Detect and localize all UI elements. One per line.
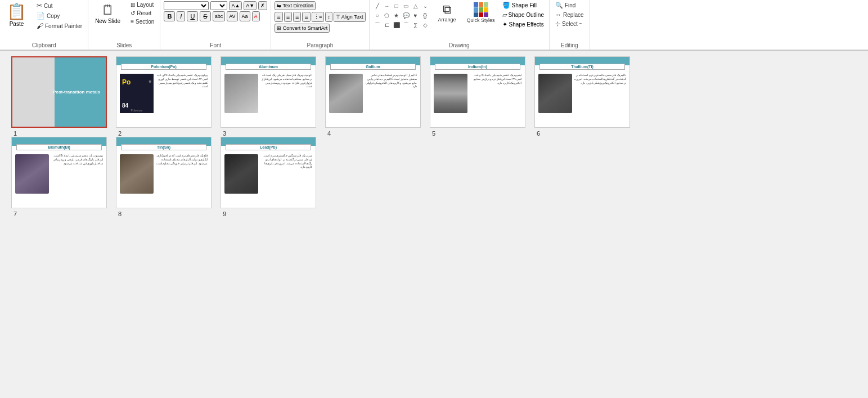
convert-smartart-button[interactable]: ⊞ Convert to SmartArt — [275, 24, 330, 33]
shape-pentagon[interactable]: ⬠ — [383, 11, 392, 20]
slide-thumb-8: Tin(Sn) قلع یک فلز نقره‌ای نرم است که در… — [116, 137, 212, 208]
shape-equation[interactable]: ∑ — [411, 20, 420, 29]
font-color-button[interactable]: A — [252, 11, 260, 21]
slide-item-9[interactable]: Lead(Pb) سرب یک فلز سنگین خاکستری تیره ا… — [221, 137, 316, 217]
shape-block[interactable]: ⬛ — [392, 20, 401, 29]
new-slide-button[interactable]: 🗒 New Slide — [92, 1, 124, 25]
justify-button[interactable]: ≡ — [302, 12, 310, 22]
clipboard-section: 📋 Paste ✂ Cut 📄 Copy 🖌 Format — [0, 0, 88, 50]
shape-curved[interactable]: ⌒ — [373, 20, 382, 29]
font-name-select[interactable] — [164, 1, 209, 10]
shape-connector[interactable]: ⊏ — [383, 20, 392, 29]
slide-number-3: 3 — [221, 130, 226, 137]
slide-number-6: 6 — [534, 130, 540, 137]
slides-row-2: Bismuth(Bi) بیسموت یک عنصر شیمیایی با نم… — [11, 137, 857, 217]
shape-circle[interactable]: ○ — [373, 11, 382, 20]
copy-button[interactable]: 📄 Copy — [34, 11, 84, 20]
editing-label: Editing — [553, 41, 586, 50]
arrange-button[interactable]: ⧉ Arrange — [433, 1, 461, 24]
italic-button[interactable]: I — [177, 11, 185, 21]
layout-button[interactable]: ⊞ Layout — [128, 1, 156, 8]
columns-button[interactable]: ⋮≡ — [312, 12, 324, 22]
underline-button[interactable]: U — [187, 11, 198, 21]
slide-6-text: تالیم یک فلز سمی خاکستری نرم است که در گ… — [574, 74, 626, 124]
paragraph-label: Paragraph — [275, 41, 365, 50]
cut-button[interactable]: ✂ Cut — [34, 1, 84, 10]
shape-effects-button[interactable]: ✦ Shape Effects — [501, 20, 546, 29]
replace-button[interactable]: ↔ Replace — [553, 11, 586, 19]
slide-2-text: پولونیوم یک عنصر شیمیایی با نماد Po و عد… — [155, 74, 208, 124]
drawing-section: ╱ → □ ▭ △ ⌄ ○ ⬠ ★ 💬 ♥ {} ⌒ ⊏ ⬛ — [370, 0, 550, 50]
slide-item-6[interactable]: Thallium(Tl) تالیم یک فلز سمی خاکستری نر… — [534, 56, 630, 137]
select-button[interactable]: ⊹ Select ~ — [553, 20, 584, 28]
slide-thumb-2: Polonium(Po) Po ☢ 84 Polonium پولونیوم ی… — [116, 56, 212, 128]
strikethrough-button[interactable]: S — [200, 11, 210, 21]
clear-formatting-button[interactable]: ✗ — [258, 1, 267, 10]
slide-7-text: بیسموت یک عنصر شیمیایی با نماد Bi است. ا… — [51, 154, 103, 204]
slide-3-text: آلومینیوم یک فلز سبک نقره‌ای رنگ است که … — [260, 74, 312, 124]
shadow-button[interactable]: abc — [213, 11, 226, 21]
slide-8-title: Tin(Sn) — [121, 144, 206, 150]
format-painter-button[interactable]: 🖌 Format Painter — [34, 21, 84, 30]
slide-number-1: 1 — [11, 130, 17, 137]
text-direction-button[interactable]: ⇆ Text Direction — [275, 1, 316, 10]
slide-8-text: قلع یک فلز نقره‌ای نرم است که در لحیم‌کا… — [155, 154, 208, 204]
slide-7-title: Bismuth(Bi) — [16, 144, 102, 150]
font-size-decrease-button[interactable]: A▼ — [244, 1, 257, 10]
font-size-select[interactable] — [210, 1, 227, 10]
font-section: A▲ A▼ ✗ B I U S abc AV Aa A Font — [160, 0, 271, 50]
shape-heart[interactable]: ♥ — [411, 11, 420, 20]
quick-styles-button[interactable]: Quick Styles — [465, 1, 497, 24]
case-button[interactable]: Aa — [240, 11, 250, 21]
shape-line[interactable]: ╱ — [373, 1, 382, 10]
shape-arrow[interactable]: → — [383, 1, 392, 10]
slide-item-1[interactable]: Post-transition metals 1 — [11, 56, 107, 137]
slide-number-2: 2 — [116, 130, 122, 137]
font-label: Font — [164, 41, 267, 50]
slide-3-title: Aluminum — [226, 64, 311, 70]
slides-section: 🗒 New Slide ⊞ Layout ↺ Reset ≡ — [88, 0, 160, 50]
shape-outline-button[interactable]: ▱ Shape Outline — [501, 11, 546, 19]
drawing-label: Drawing — [373, 41, 546, 50]
slide-thumb-5: Indium(In) ایندیوم یک عنصر شیمیایی با نم… — [430, 56, 525, 128]
slide-number-5: 5 — [430, 130, 435, 137]
align-center-button[interactable]: ≡ — [284, 12, 292, 22]
shapes-grid: ╱ → □ ▭ △ ⌄ ○ ⬠ ★ 💬 ♥ {} ⌒ ⊏ ⬛ — [373, 1, 430, 29]
align-text-button[interactable]: ⊤ Align Text — [334, 12, 366, 22]
shape-more[interactable]: ⌄ — [421, 1, 430, 10]
slide-number-4: 4 — [325, 130, 331, 137]
find-button[interactable]: 🔍 Find — [553, 1, 578, 10]
shape-brace[interactable]: {} — [421, 11, 430, 20]
drawing-right-buttons: 🪣 Shape Fill ▱ Shape Outline ✦ Shape Eff… — [501, 1, 546, 29]
slide-2-title: Polonium(Po) — [121, 64, 206, 70]
char-spacing-button[interactable]: AV — [227, 11, 237, 21]
bold-button[interactable]: B — [164, 11, 175, 21]
line-spacing-button[interactable]: ↕ — [325, 12, 332, 22]
slide-item-4[interactable]: Gallium گالیم از آلومینیوم در استفاده‌ها… — [325, 56, 421, 137]
slide-item-8[interactable]: Tin(Sn) قلع یک فلز نقره‌ای نرم است که در… — [116, 137, 212, 217]
shape-star[interactable]: ★ — [392, 11, 401, 20]
font-size-increase-button[interactable]: A▲ — [229, 1, 242, 10]
shape-fill-button[interactable]: 🪣 Shape Fill — [501, 1, 546, 10]
shape-callout[interactable]: 💬 — [402, 11, 411, 20]
slide-panel: Post-transition metals 1 Polonium(Po) Po… — [0, 51, 868, 398]
section-button[interactable]: ≡ Section — [128, 18, 156, 25]
clipboard-label: Clipboard — [3, 41, 84, 50]
slide-item-2[interactable]: Polonium(Po) Po ☢ 84 Polonium پولونیوم ی… — [116, 56, 212, 137]
slide-1-title: Post-transition metals — [53, 89, 100, 95]
reset-button[interactable]: ↺ Reset — [128, 10, 156, 17]
align-left-button[interactable]: ≡ — [275, 12, 282, 22]
shape-banner[interactable]: ⌒ — [402, 20, 411, 29]
slide-item-7[interactable]: Bismuth(Bi) بیسموت یک عنصر شیمیایی با نم… — [11, 137, 107, 217]
slide-number-7: 7 — [11, 211, 17, 217]
slide-item-5[interactable]: Indium(In) ایندیوم یک عنصر شیمیایی با نم… — [430, 56, 525, 137]
shape-flowchart[interactable]: ◇ — [421, 20, 430, 29]
shape-rect[interactable]: □ — [392, 1, 401, 10]
align-right-button[interactable]: ≡ — [293, 12, 301, 22]
paste-button[interactable]: 📋 Paste — [3, 1, 30, 28]
shape-triangle[interactable]: △ — [411, 1, 420, 10]
slide-number-9: 9 — [221, 211, 226, 217]
slide-4-text: گالیم از آلومینیوم در استفاده‌های خاص صن… — [365, 74, 417, 124]
slide-item-3[interactable]: Aluminum آلومینیوم یک فلز سبک نقره‌ای رن… — [221, 56, 316, 137]
shape-round-rect[interactable]: ▭ — [402, 1, 411, 10]
